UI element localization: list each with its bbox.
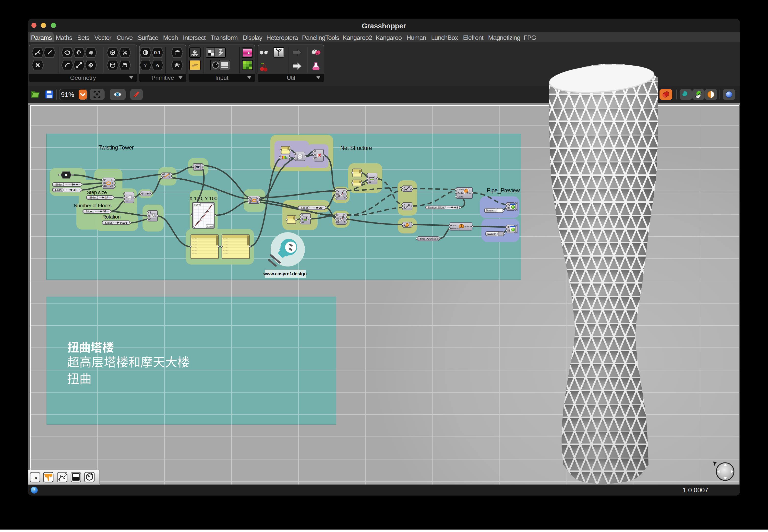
svg-text:Number of Floors: Number of Floors xyxy=(74,203,111,208)
svg-text:G: G xyxy=(163,173,165,176)
svg-text:G: G xyxy=(508,226,510,229)
svg-text:Caps: Caps xyxy=(457,195,463,198)
svg-text:0.101: 0.101 xyxy=(120,221,127,224)
svg-text:Base: Base xyxy=(451,224,456,227)
svg-text:0.5: 0.5 xyxy=(454,206,458,209)
svg-text:Factor: Factor xyxy=(419,237,425,240)
svg-text:X 100, Y 100: X 100, Y 100 xyxy=(189,196,218,201)
svg-text:G: G xyxy=(508,203,510,206)
svg-text:Swatch: Swatch xyxy=(487,232,496,235)
svg-text:0 0.003: 0 0.003 xyxy=(192,238,198,239)
svg-text:0:100: 0:100 xyxy=(194,204,200,206)
svg-text:V: V xyxy=(148,192,150,195)
svg-text:3 0.303: 3 0.303 xyxy=(223,247,229,248)
svg-text:5 0.503: 5 0.503 xyxy=(223,253,229,254)
svg-text:T: T xyxy=(163,176,165,179)
svg-text:2 0.203: 2 0.203 xyxy=(192,244,198,245)
svg-text:F: F xyxy=(142,192,144,195)
svg-text:P: P xyxy=(343,214,345,217)
svg-text:Unit vector: Unit vector xyxy=(429,237,440,240)
svg-text:Step size: Step size xyxy=(87,189,107,195)
svg-text:Curve: Curve xyxy=(457,188,464,191)
svg-text:3 0.303: 3 0.303 xyxy=(192,247,198,248)
svg-text:www.easyref.design: www.easyref.design xyxy=(263,271,307,276)
svg-text:Pipe: Pipe xyxy=(467,192,472,194)
svg-text:E: E xyxy=(111,179,113,181)
svg-text:2 0.203: 2 0.203 xyxy=(223,244,229,245)
svg-text:Net Structure: Net Structure xyxy=(340,145,372,151)
svg-text:L: L xyxy=(302,214,304,217)
svg-text:Slider: Slider xyxy=(301,206,308,209)
svg-text:m²: m² xyxy=(196,165,200,169)
svg-text:1 0.103: 1 0.103 xyxy=(223,241,229,242)
svg-text:5 0.503: 5 0.503 xyxy=(192,253,198,254)
svg-text:0 0.003: 0 0.003 xyxy=(223,238,229,239)
svg-text:Slider: Slider xyxy=(85,210,93,213)
svg-text:↗z: ↗z xyxy=(426,237,429,240)
svg-text:Rotation: Rotation xyxy=(102,214,120,220)
svg-text:4 0.403: 4 0.403 xyxy=(192,250,198,251)
svg-text:14: 14 xyxy=(105,196,108,199)
svg-text:t: t xyxy=(344,196,345,199)
svg-text:Slider: Slider xyxy=(55,183,62,186)
svg-text:31: 31 xyxy=(73,188,77,191)
svg-text:P: P xyxy=(104,179,106,181)
svg-text:4 0.403: 4 0.403 xyxy=(223,250,229,251)
svg-text:X: X xyxy=(168,176,170,179)
svg-text:L: L xyxy=(315,150,317,153)
svg-text:50: 50 xyxy=(72,183,75,186)
svg-text:31: 31 xyxy=(103,210,106,213)
svg-text:Direction: Direction xyxy=(451,227,460,230)
svg-text:t: t xyxy=(344,221,345,223)
svg-text:L: L xyxy=(369,174,370,176)
svg-text:Pipe_Preview: Pipe_Preview xyxy=(487,187,520,194)
svg-text:0:100: 0:100 xyxy=(207,225,213,228)
svg-text:S: S xyxy=(508,207,510,209)
svg-text:1 0.103: 1 0.103 xyxy=(192,241,198,242)
svg-text:Slider: Slider xyxy=(105,221,112,224)
svg-text:S: S xyxy=(508,229,510,232)
svg-text:25: 25 xyxy=(319,206,322,209)
svg-text:C: C xyxy=(338,189,339,192)
svg-text:I: I xyxy=(315,153,316,156)
svg-text:C: C xyxy=(338,214,339,217)
svg-text:↗z: ↗z xyxy=(144,192,148,195)
svg-text:Slider: Slider xyxy=(89,196,96,199)
svg-text:✖: ✖ xyxy=(65,173,68,177)
svg-text:Number Slider: Number Slider xyxy=(428,206,445,209)
svg-text:P: P xyxy=(343,189,345,192)
svg-text:Slider: Slider xyxy=(55,188,62,191)
svg-text:-x: -x xyxy=(33,474,37,481)
svg-text:Twisting Tower: Twisting Tower xyxy=(98,144,134,151)
svg-text:Swatch: Swatch xyxy=(486,209,495,212)
